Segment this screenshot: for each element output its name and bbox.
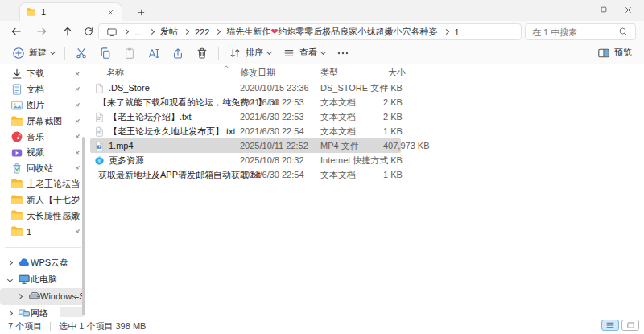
drive-icon [28,290,41,303]
file-icon [94,83,105,93]
expand-chevron-icon[interactable] [17,293,23,299]
delete-button[interactable] [190,43,214,63]
sidebar-item-downloads[interactable]: 下载 [0,66,85,82]
breadcrumb[interactable]: … 发帖 222 猫先生新作❤约炮零零后极品良家小妹超嫩小穴各种姿 1 [98,23,522,40]
refresh-button[interactable] [79,23,98,40]
sidebar-item-wps-cloud[interactable]: WPS云盘 [0,254,85,271]
tab-close-icon[interactable] [105,6,116,18]
sidebar-item-pictures[interactable]: 图片 [0,97,85,113]
column-header-name[interactable]: 名称 [90,67,240,79]
sidebar-item-label: 大长腿性感嫩 [27,210,80,222]
file-size: 407,973 KB [383,141,477,151]
sidebar-horizontal-scrollbar[interactable] [60,307,84,317]
sidebar-item-label: 此电脑 [31,274,57,286]
file-date: 2021/6/30 22:54 [240,170,320,179]
file-row[interactable]: 【老王论坛永久地址发布页】.txt 2021/6/30 22:54 文本文档 1… [90,124,401,138]
file-name: 1.mp4 [109,141,134,151]
minimize-icon [574,6,583,14]
back-arrow-icon [10,25,23,38]
heart-icon: ❤ [270,27,278,36]
breadcrumb-item-post-title[interactable]: 猫先生新作❤约炮零零后极品良家小妹超嫩小穴各种姿 [226,26,437,38]
folder-icon [10,225,23,238]
file-size: 7 KB [383,83,477,93]
file-row[interactable]: 更多资源 2025/10/8 20:32 Internet 快捷方式 1 KB [90,153,401,167]
computer-icon [18,273,31,286]
sidebar-item-label: 新人【十七岁 [27,194,80,206]
sidebar-vertical-scrollbar[interactable] [82,137,85,315]
search-icon [618,27,629,37]
collapse-chevron-icon[interactable] [7,276,13,282]
copy-button[interactable] [93,43,118,63]
up-button[interactable] [58,23,77,40]
paste-button[interactable] [118,43,142,63]
sort-button[interactable]: 排序 [223,43,277,63]
new-tab-button[interactable] [134,5,148,19]
breadcrumb-overflow[interactable]: … [134,27,143,37]
file-row-selected[interactable]: 1.mp4 2025/10/11 22:52 MP4 文件 407,973 KB [90,138,401,153]
sidebar-item-folder[interactable]: 大长腿性感嫩 [0,208,85,224]
chevron-down-icon [266,48,272,54]
preview-button[interactable]: 预览 [592,43,638,63]
close-button[interactable] [616,0,641,19]
sidebar-item-this-pc[interactable]: 此电脑 [0,271,85,288]
search-input[interactable] [532,27,613,37]
back-button[interactable] [6,23,26,40]
this-pc-icon [106,27,118,38]
sidebar-item-label: 1 [27,227,31,237]
thumbnail-view-button[interactable] [621,320,639,331]
file-date: 2025/10/11 22:52 [240,141,320,151]
pictures-icon [10,99,23,112]
column-header-size[interactable]: 大小 [383,67,477,79]
pin-icon [73,85,81,93]
sidebar-item-folder-1[interactable]: 1 [0,224,85,240]
sidebar-item-folder[interactable]: 新人【十七岁 [0,192,85,208]
breadcrumb-item[interactable]: 发帖 [160,26,178,38]
toolbar-divider [218,47,219,60]
column-headers: 名称 修改日期 类型 大小 [90,64,401,80]
breadcrumb-item[interactable]: 222 [195,27,209,37]
sidebar-item-windows-ssd[interactable]: Windows-SSD [0,288,85,305]
column-header-date[interactable]: 修改日期 [240,67,320,79]
folder-icon [26,7,36,18]
minimize-button[interactable] [566,0,591,19]
sidebar-item-label: 文档 [27,84,44,96]
chevron-down-icon [320,48,326,54]
recycle-bin-icon [10,162,23,175]
new-button[interactable]: 新建 [6,43,60,63]
selection-summary: 选中 1 个项目 398 MB [59,320,146,332]
file-date: 2021/6/30 22:53 [240,97,320,107]
file-row[interactable]: 获取最新地址及APP请发邮箱自动获取.txt 2021/6/30 22:54 文… [90,167,401,182]
more-options-button[interactable] [331,43,355,63]
share-button[interactable] [166,43,190,63]
sidebar-item-music[interactable]: 音乐 [0,129,85,145]
view-button[interactable]: 查看 [277,43,331,63]
file-row[interactable]: 【来了就能下载和观看的论坛，纯免费！】.txt 2021/6/30 22:53 … [90,95,401,109]
sidebar-item-folder[interactable]: 上老王论坛当 [0,176,85,192]
file-row[interactable]: .DS_Store 2020/10/15 23:36 DS_STORE 文件 7… [90,80,401,95]
expand-chevron-icon[interactable] [7,259,13,265]
cloud-icon [18,256,31,269]
sidebar-item-videos[interactable]: 视频 [0,145,85,161]
column-header-type[interactable]: 类型 [320,67,383,79]
folder-icon [10,115,23,128]
preview-pane-icon [597,47,610,60]
pin-icon [73,70,81,78]
status-bar: 7 个项目 选中 1 个项目 398 MB [0,318,644,334]
file-row[interactable]: 【老王论坛介绍】.txt 2021/6/30 22:53 文本文档 2 KB [90,109,401,124]
pin-icon [73,180,81,188]
explorer-tab[interactable]: 1 [19,2,122,21]
sidebar-item-documents[interactable]: 文档 [0,82,85,98]
sort-ascending-icon [222,64,230,69]
sidebar-item-recycle-bin[interactable]: 回收站 [0,161,85,177]
expand-chevron-icon[interactable] [7,310,13,315]
cut-button[interactable] [69,43,93,63]
forward-button[interactable] [32,23,52,40]
file-explorer-window: 1 … 发帖 222 猫先生新作❤约炮零零后极品良家小妹超嫩小穴各种姿 1 [0,0,644,334]
breadcrumb-current[interactable]: 1 [455,27,460,37]
sidebar-item-screenshots[interactable]: 屏幕截图 [0,113,85,130]
maximize-button[interactable] [591,0,616,19]
file-name: 【老王论坛介绍】.txt [109,111,192,123]
details-view-button[interactable] [601,320,619,331]
search-box [525,23,636,40]
rename-button[interactable] [142,43,166,63]
